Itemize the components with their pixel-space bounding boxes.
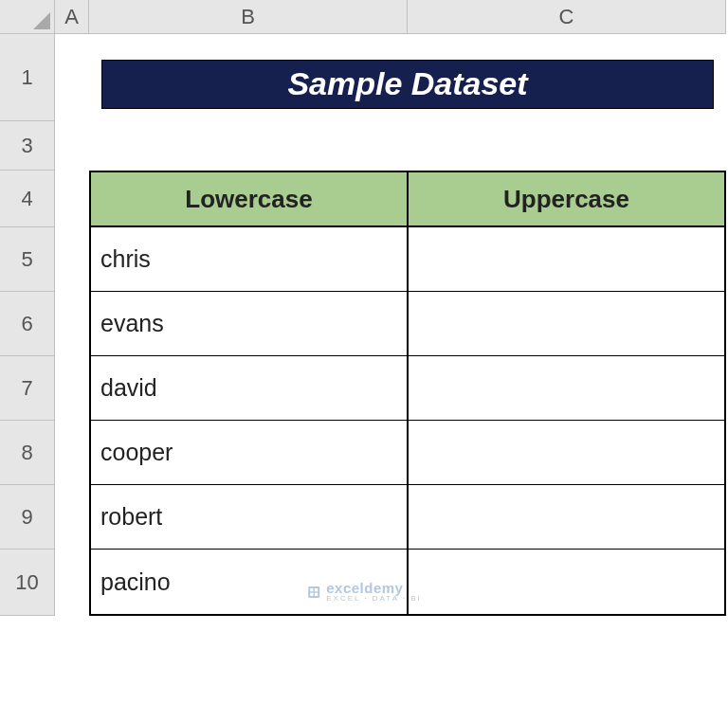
cell-A-gutter[interactable] [55, 34, 89, 616]
row-header-5[interactable]: 5 [0, 227, 55, 292]
row-header-8[interactable]: 8 [0, 421, 55, 485]
title-row[interactable]: Sample Dataset [89, 47, 726, 121]
cell-C8[interactable] [408, 421, 726, 485]
cell-B5[interactable]: chris [89, 227, 408, 292]
cell-B1C1-top[interactable] [89, 34, 726, 47]
row-header-4[interactable]: 4 [0, 171, 55, 227]
cell-B7[interactable]: david [89, 356, 408, 421]
row-header-1-2[interactable]: 1 [0, 34, 55, 121]
cell-B6[interactable]: evans [89, 292, 408, 356]
col-header-A[interactable]: A [55, 0, 89, 34]
cell-C7[interactable] [408, 356, 726, 421]
cell-C9[interactable] [408, 485, 726, 550]
dataset-title: Sample Dataset [101, 60, 713, 110]
row-header-7[interactable]: 7 [0, 356, 55, 421]
select-all-corner[interactable] [0, 0, 55, 34]
cell-B8[interactable]: cooper [89, 421, 408, 485]
table-header-lowercase[interactable]: Lowercase [89, 171, 408, 227]
col-header-C[interactable]: C [408, 0, 726, 34]
row-header-6[interactable]: 6 [0, 292, 55, 356]
cell-B10[interactable]: pacino [89, 550, 408, 616]
row-header-10[interactable]: 10 [0, 550, 55, 616]
cell-B9[interactable]: robert [89, 485, 408, 550]
cell-row3[interactable] [89, 121, 726, 171]
spreadsheet-grid: A B C 1 Sample Dataset 3 4 Lowercase Upp… [0, 0, 728, 616]
cell-C6[interactable] [408, 292, 726, 356]
table-header-uppercase[interactable]: Uppercase [408, 171, 726, 227]
col-header-B[interactable]: B [89, 0, 408, 34]
cell-C5[interactable] [408, 227, 726, 292]
row-header-9[interactable]: 9 [0, 485, 55, 550]
row-header-3[interactable]: 3 [0, 121, 55, 171]
cell-C10[interactable] [408, 550, 726, 616]
